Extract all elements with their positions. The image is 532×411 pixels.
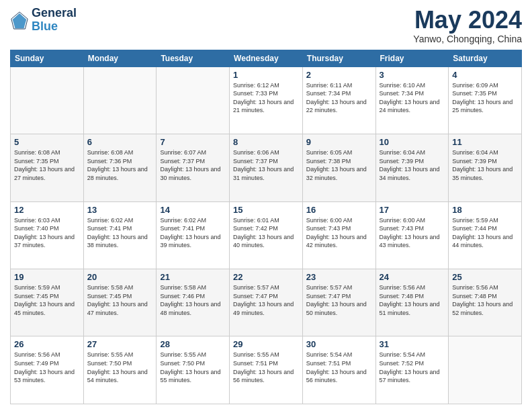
day-header-tuesday: Tuesday <box>157 50 230 66</box>
day-header-sunday: Sunday <box>11 50 84 66</box>
day-info: Sunrise: 5:59 AMSunset: 7:44 PMDaylight:… <box>452 216 518 250</box>
calendar-week-2: 5Sunrise: 6:08 AMSunset: 7:35 PMDaylight… <box>11 134 522 201</box>
calendar-cell: 18Sunrise: 5:59 AMSunset: 7:44 PMDayligh… <box>449 201 522 269</box>
calendar-cell: 16Sunrise: 6:00 AMSunset: 7:43 PMDayligh… <box>302 201 375 269</box>
logo-text: General Blue <box>32 7 77 34</box>
calendar-cell: 7Sunrise: 6:07 AMSunset: 7:37 PMDaylight… <box>157 134 230 201</box>
month-title: May 2024 <box>413 7 522 34</box>
day-number: 4 <box>452 70 518 80</box>
day-info: Sunrise: 5:58 AMSunset: 7:45 PMDaylight:… <box>87 283 153 317</box>
day-number: 23 <box>306 272 372 282</box>
day-number: 21 <box>160 272 226 282</box>
calendar-cell <box>83 66 157 134</box>
day-info: Sunrise: 5:54 AMSunset: 7:51 PMDaylight:… <box>306 351 372 384</box>
calendar-cell: 5Sunrise: 6:08 AMSunset: 7:35 PMDaylight… <box>11 134 84 201</box>
header-row: SundayMondayTuesdayWednesdayThursdayFrid… <box>11 50 522 66</box>
title-block: May 2024 Yanwo, Chongqing, China <box>413 7 522 44</box>
day-info: Sunrise: 6:01 AMSunset: 7:42 PMDaylight:… <box>233 216 299 250</box>
day-number: 11 <box>452 137 518 147</box>
day-number: 17 <box>380 205 445 215</box>
day-number: 5 <box>14 137 80 147</box>
day-info: Sunrise: 5:56 AMSunset: 7:48 PMDaylight:… <box>380 283 445 317</box>
day-number: 22 <box>233 272 299 282</box>
day-info: Sunrise: 6:03 AMSunset: 7:40 PMDaylight:… <box>14 216 80 250</box>
calendar-cell: 19Sunrise: 5:59 AMSunset: 7:45 PMDayligh… <box>11 269 84 336</box>
calendar-cell: 11Sunrise: 6:04 AMSunset: 7:39 PMDayligh… <box>449 134 522 201</box>
subtitle: Yanwo, Chongqing, China <box>413 34 522 44</box>
day-info: Sunrise: 6:05 AMSunset: 7:38 PMDaylight:… <box>306 148 372 182</box>
calendar-cell: 25Sunrise: 5:56 AMSunset: 7:48 PMDayligh… <box>449 269 522 336</box>
calendar-cell: 23Sunrise: 5:57 AMSunset: 7:47 PMDayligh… <box>302 269 375 336</box>
calendar-cell: 10Sunrise: 6:04 AMSunset: 7:39 PMDayligh… <box>375 134 449 201</box>
day-info: Sunrise: 6:11 AMSunset: 7:34 PMDaylight:… <box>306 81 372 115</box>
calendar-cell: 27Sunrise: 5:55 AMSunset: 7:50 PMDayligh… <box>83 336 157 404</box>
day-number: 19 <box>14 272 80 282</box>
calendar-cell: 13Sunrise: 6:02 AMSunset: 7:41 PMDayligh… <box>83 201 157 269</box>
calendar-week-3: 12Sunrise: 6:03 AMSunset: 7:40 PMDayligh… <box>11 201 522 269</box>
day-header-wednesday: Wednesday <box>230 50 303 66</box>
day-header-friday: Friday <box>375 50 449 66</box>
day-number: 6 <box>87 137 153 147</box>
day-info: Sunrise: 5:57 AMSunset: 7:47 PMDaylight:… <box>306 283 372 317</box>
calendar-cell: 4Sunrise: 6:09 AMSunset: 7:35 PMDaylight… <box>449 66 522 134</box>
calendar-cell: 29Sunrise: 5:55 AMSunset: 7:51 PMDayligh… <box>230 336 303 404</box>
header: General Blue May 2024 Yanwo, Chongqing, … <box>10 7 522 44</box>
calendar-cell: 22Sunrise: 5:57 AMSunset: 7:47 PMDayligh… <box>230 269 303 336</box>
day-number: 18 <box>452 205 518 215</box>
calendar-week-4: 19Sunrise: 5:59 AMSunset: 7:45 PMDayligh… <box>11 269 522 336</box>
day-info: Sunrise: 5:55 AMSunset: 7:50 PMDaylight:… <box>87 351 153 384</box>
page: General Blue May 2024 Yanwo, Chongqing, … <box>0 0 532 411</box>
calendar-cell: 28Sunrise: 5:55 AMSunset: 7:50 PMDayligh… <box>157 336 230 404</box>
day-info: Sunrise: 6:02 AMSunset: 7:41 PMDaylight:… <box>87 216 153 250</box>
calendar-cell: 31Sunrise: 5:54 AMSunset: 7:52 PMDayligh… <box>375 336 449 404</box>
calendar-cell: 30Sunrise: 5:54 AMSunset: 7:51 PMDayligh… <box>302 336 375 404</box>
day-info: Sunrise: 6:04 AMSunset: 7:39 PMDaylight:… <box>380 148 445 182</box>
calendar-cell <box>11 66 84 134</box>
day-number: 20 <box>87 272 153 282</box>
day-info: Sunrise: 5:58 AMSunset: 7:46 PMDaylight:… <box>160 283 226 317</box>
calendar-cell <box>157 66 230 134</box>
day-header-saturday: Saturday <box>449 50 522 66</box>
calendar-cell: 26Sunrise: 5:56 AMSunset: 7:49 PMDayligh… <box>11 336 84 404</box>
day-number: 16 <box>306 205 372 215</box>
calendar-cell: 24Sunrise: 5:56 AMSunset: 7:48 PMDayligh… <box>375 269 449 336</box>
day-number: 1 <box>233 70 299 80</box>
day-number: 29 <box>233 339 299 349</box>
day-number: 9 <box>306 137 372 147</box>
day-number: 27 <box>87 339 153 349</box>
logo-icon <box>10 11 29 30</box>
day-number: 2 <box>306 70 372 80</box>
day-info: Sunrise: 6:07 AMSunset: 7:37 PMDaylight:… <box>160 148 226 182</box>
day-header-thursday: Thursday <box>302 50 375 66</box>
day-number: 8 <box>233 137 299 147</box>
calendar-week-1: 1Sunrise: 6:12 AMSunset: 7:33 PMDaylight… <box>11 66 522 134</box>
day-info: Sunrise: 5:56 AMSunset: 7:48 PMDaylight:… <box>452 283 518 317</box>
calendar-cell: 2Sunrise: 6:11 AMSunset: 7:34 PMDaylight… <box>302 66 375 134</box>
day-number: 3 <box>380 70 445 80</box>
calendar-week-5: 26Sunrise: 5:56 AMSunset: 7:49 PMDayligh… <box>11 336 522 404</box>
day-number: 10 <box>380 137 445 147</box>
day-info: Sunrise: 6:12 AMSunset: 7:33 PMDaylight:… <box>233 81 299 115</box>
day-number: 12 <box>14 205 80 215</box>
day-info: Sunrise: 6:00 AMSunset: 7:43 PMDaylight:… <box>380 216 445 250</box>
calendar: SundayMondayTuesdayWednesdayThursdayFrid… <box>10 50 522 404</box>
calendar-cell <box>449 336 522 404</box>
day-info: Sunrise: 6:02 AMSunset: 7:41 PMDaylight:… <box>160 216 226 250</box>
logo: General Blue <box>10 7 77 34</box>
calendar-cell: 6Sunrise: 6:08 AMSunset: 7:36 PMDaylight… <box>83 134 157 201</box>
day-number: 24 <box>380 272 445 282</box>
day-info: Sunrise: 6:00 AMSunset: 7:43 PMDaylight:… <box>306 216 372 250</box>
day-number: 26 <box>14 339 80 349</box>
day-info: Sunrise: 6:09 AMSunset: 7:35 PMDaylight:… <box>452 81 518 115</box>
day-number: 30 <box>306 339 372 349</box>
day-info: Sunrise: 5:56 AMSunset: 7:49 PMDaylight:… <box>14 351 80 384</box>
calendar-cell: 8Sunrise: 6:06 AMSunset: 7:37 PMDaylight… <box>230 134 303 201</box>
calendar-cell: 12Sunrise: 6:03 AMSunset: 7:40 PMDayligh… <box>11 201 84 269</box>
day-info: Sunrise: 6:08 AMSunset: 7:35 PMDaylight:… <box>14 148 80 182</box>
day-number: 31 <box>380 339 445 349</box>
day-info: Sunrise: 6:06 AMSunset: 7:37 PMDaylight:… <box>233 148 299 182</box>
day-number: 14 <box>160 205 226 215</box>
day-header-monday: Monday <box>83 50 157 66</box>
calendar-cell: 20Sunrise: 5:58 AMSunset: 7:45 PMDayligh… <box>83 269 157 336</box>
calendar-cell: 21Sunrise: 5:58 AMSunset: 7:46 PMDayligh… <box>157 269 230 336</box>
